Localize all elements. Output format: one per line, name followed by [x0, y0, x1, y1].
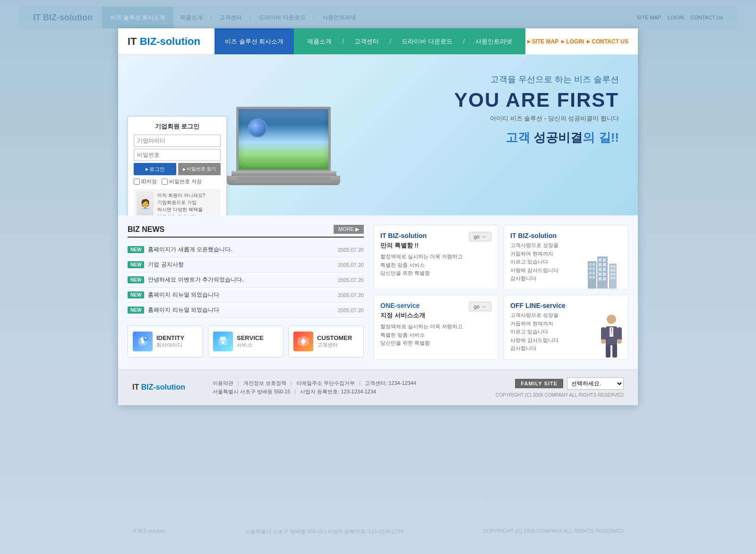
footer-biz-reg: 사업자 등록번호: 123-1234-1234 — [300, 389, 376, 394]
page-wrapper: IT BIZ-solution 비즈 솔루션 회사소개 제품소개 / 고객센터 … — [0, 0, 756, 554]
login-button[interactable]: 로그인 — [134, 163, 176, 175]
site-footer: IT BIZ-solution 이용약관 | 개인정보 보호정책 | 이메일주소… — [118, 369, 638, 405]
find-pw-button[interactable]: 비밀번호 찾기 — [178, 163, 221, 175]
svg-rect-24 — [603, 268, 606, 271]
news-list: NEW 홈페이지가 새롭게 오픈했습니다. 2005.07.20 NEW 기업 … — [128, 242, 364, 318]
card3-go-button[interactable]: go — [469, 302, 491, 311]
hero-korean-top: 고객을 우선으로 하는 비즈 솔루션 — [454, 74, 619, 85]
remember-pw-checkbox[interactable] — [162, 179, 168, 185]
nav-login[interactable]: LOGIN — [561, 38, 584, 45]
link-customer[interactable]: CUSTOMER 고객센터 — [288, 325, 364, 358]
nav-item-company[interactable]: 비즈 솔루션 회사소개 — [215, 28, 294, 54]
news-badge: NEW — [128, 307, 144, 314]
news-item-title[interactable]: 홈페이지가 새롭게 오픈했습니다. — [148, 246, 338, 254]
card3-subtitle: 지정 서비스소개 — [380, 311, 491, 320]
news-date: 2005.07.20 — [338, 262, 364, 268]
svg-rect-20 — [603, 258, 606, 262]
login-remember: ID저장 비밀번호 저장 — [134, 178, 221, 185]
nav-item-drivers[interactable]: 드라이버 다운로드 — [391, 28, 463, 54]
svg-rect-44 — [606, 344, 610, 358]
login-buttons: 로그인 비밀번호 찾기 — [134, 163, 221, 175]
buildings-icon — [585, 252, 628, 290]
more-button[interactable]: MORE ▶ — [334, 225, 364, 234]
list-item: NEW 안녕하세요 이벤트가 추가되었습니다. 2005.07.20 — [128, 273, 364, 288]
svg-rect-40 — [601, 327, 606, 341]
family-site-row: FAMILY SITE 선택하세요. — [515, 377, 624, 390]
main-nav: 비즈 솔루션 회사소개 제품소개 / 고객센터 / 드라이버 다운로드 / 사원… — [215, 28, 628, 54]
identity-sublabel: 회사아이디 — [156, 341, 184, 349]
remember-id-label[interactable]: ID저장 — [134, 178, 157, 185]
svg-rect-25 — [599, 273, 601, 276]
link-service[interactable]: SERVICE 서비스 — [208, 325, 284, 358]
outer-nav-item-1: 비즈 솔루션 회사소개 — [102, 7, 173, 28]
logo-biz: BIZ-solution — [140, 35, 200, 47]
nav-item-intranet[interactable]: 사원인트라넷 — [465, 28, 523, 54]
news-item-title[interactable]: 기업 공지사항 — [148, 261, 338, 269]
footer-link-privacy[interactable]: 개인정보 보호정책 — [243, 380, 286, 386]
svg-rect-15 — [593, 272, 595, 274]
link-identity[interactable]: IDENTITY 회사아이디 — [128, 325, 203, 358]
svg-rect-11 — [593, 263, 595, 266]
svg-rect-5 — [220, 337, 226, 341]
remember-pw-label[interactable]: 비밀번호 저장 — [162, 178, 202, 185]
login-box: 기업회원 로그인 로그인 비밀번호 찾기 ID저장 비밀번호 저장 🧑‍💼 아직… — [128, 116, 227, 215]
news-badge: NEW — [128, 261, 144, 268]
svg-rect-33 — [613, 269, 615, 272]
news-date: 2005.07.20 — [338, 292, 364, 298]
hero-korean-bottom: 고객 성공비결의 길!! — [454, 129, 619, 146]
family-site-button[interactable]: FAMILY SITE — [515, 379, 563, 388]
copyright: COPYRIGHT (C) 2005 COMPANY ALL RIGHTS RE… — [496, 392, 624, 398]
outer-nav-item-5: 사원인트라넷 — [316, 7, 363, 28]
login-title: 기업회원 로그인 — [134, 122, 221, 131]
svg-rect-32 — [610, 269, 612, 272]
identity-icon — [133, 332, 153, 351]
news-item-title[interactable]: 안녕하세요 이벤트가 추가되었습니다. — [148, 276, 338, 284]
news-item-title[interactable]: 홈페이지 리뉴얼 되었습니다 — [148, 306, 338, 314]
card1-text: 할정액제로 실시하는 더욱 저렴하고특별한 맞춤 서비스당신만을 위한 특별함 — [380, 253, 491, 278]
family-site-select[interactable]: 선택하세요. — [567, 377, 624, 390]
nav-item-products[interactable]: 제품소개 — [297, 28, 342, 54]
nav-contact[interactable]: CONTACT US — [587, 38, 628, 45]
footer-link-terms[interactable]: 이용약관 — [213, 380, 233, 386]
login-id-input[interactable] — [134, 135, 221, 147]
svg-rect-36 — [610, 277, 612, 279]
svg-rect-27 — [599, 277, 601, 281]
footer-logo: IT BIZ-solution — [132, 383, 213, 392]
svg-rect-37 — [613, 277, 615, 279]
svg-point-38 — [607, 315, 616, 324]
svg-point-42 — [601, 339, 606, 344]
login-pw-input[interactable] — [134, 149, 221, 161]
news-badge: NEW — [128, 291, 144, 298]
svg-rect-12 — [589, 267, 592, 270]
svg-rect-19 — [599, 258, 601, 262]
hero-sub-text: 아이티 비즈 솔루션 - 당신의 성공비결이 됩니다 — [454, 114, 619, 123]
laptop-screen — [236, 107, 331, 172]
svg-rect-16 — [589, 276, 592, 279]
logo-it: IT — [128, 35, 140, 47]
teal-nav-group: 제품소개 / 고객센터 / 드라이버 다운로드 / 사원인트라넷 — [294, 28, 525, 54]
card-biz-about: IT BIZ-solution 고객사랑으로 성장을거듭하여 현재까지이르고 있… — [503, 225, 628, 290]
svg-point-43 — [617, 339, 622, 344]
outer-nav-item-4: 드라이버 다운로드 — [252, 7, 312, 28]
svg-rect-9 — [588, 261, 596, 289]
footer-sep-2: | — [291, 380, 292, 386]
nav-sitemap[interactable]: SITE MAP — [527, 38, 559, 45]
customer-sublabel: 고객센터 — [317, 341, 352, 349]
login-member-box: 🧑‍💼 아직 회원이 아니세요?기업회원으로 가입하시면 다양한 혜택을받으실수… — [134, 189, 221, 215]
hero-text-area: 고객을 우선으로 하는 비즈 솔루션 YOU ARE FIRST 아이티 비즈 … — [454, 74, 619, 146]
footer-link-email[interactable]: 이메일주소 무단수집거부 — [296, 380, 355, 386]
nav-right: SITE MAP LOGIN CONTACT US — [527, 28, 628, 54]
news-date: 2005.07.20 — [338, 307, 364, 313]
hero-bottom-prefix: 고객 — [506, 130, 533, 145]
outer-bottom-copyright: COPYRIGHT (C) 2005 COMPANY ALL RIGHTS RE… — [483, 528, 624, 535]
remember-id-checkbox[interactable] — [134, 179, 140, 185]
svg-rect-31 — [613, 265, 615, 268]
bottom-links: IDENTITY 회사아이디 SERVICE 서비스 — [128, 325, 364, 358]
laptop-hinge — [232, 171, 336, 176]
svg-rect-26 — [603, 273, 606, 276]
nav-item-support[interactable]: 고객센터 — [344, 28, 389, 54]
svg-rect-14 — [589, 272, 592, 274]
news-item-title[interactable]: 홈페이지 리뉴얼 되었습니다 — [148, 291, 338, 299]
card1-go-button[interactable]: go — [469, 232, 491, 241]
footer-sep-1: | — [238, 380, 239, 386]
